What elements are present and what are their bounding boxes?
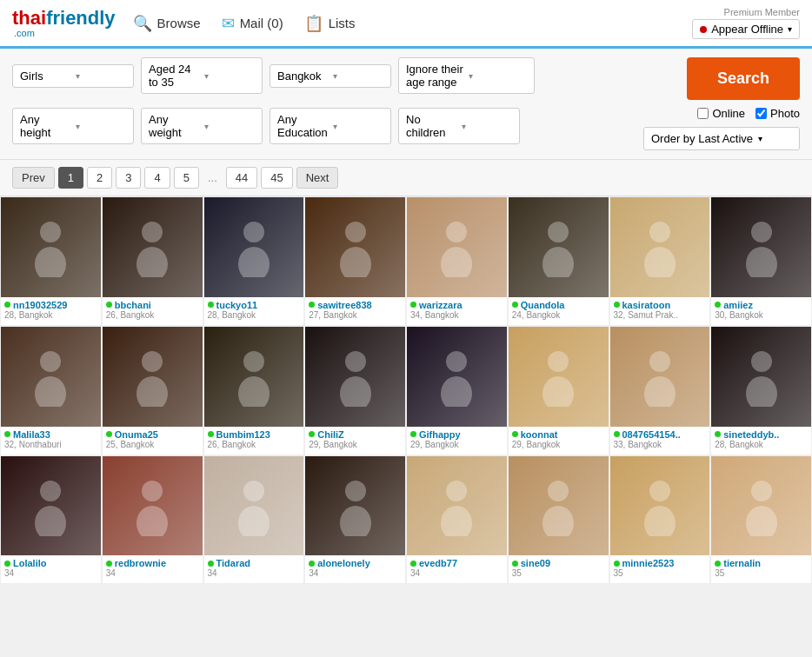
svg-point-35 (136, 506, 168, 536)
profile-cell[interactable]: tuckyo1128, Bangkok (203, 196, 305, 326)
profile-meta: 27, Bangkok (309, 310, 402, 320)
page-5-button[interactable]: 5 (174, 167, 199, 189)
profile-cell[interactable]: Gifhappy29, Bangkok (406, 326, 508, 455)
prev-button[interactable]: Prev (12, 167, 55, 189)
profile-cell[interactable]: 0847654154..33, Bangkok (609, 326, 711, 455)
profile-cell[interactable]: ChiliZ29, Bangkok (304, 326, 406, 455)
height-arrow-icon: ▾ (76, 122, 126, 131)
page-3-button[interactable]: 3 (116, 167, 141, 189)
next-button[interactable]: Next (296, 167, 339, 189)
page-45-button[interactable]: 45 (261, 167, 292, 189)
profile-username: Lolalilo (13, 558, 47, 568)
pagination-bar: Prev 1 2 3 4 5 ... 44 45 Next (0, 160, 812, 196)
height-filter[interactable]: Any height ▾ (12, 108, 134, 144)
profile-meta: 32, Samut Prak.. (614, 310, 707, 320)
svg-point-42 (548, 481, 569, 501)
profile-cell[interactable]: Bumbim12326, Bangkok (203, 326, 305, 455)
mail-icon: ✉ (222, 14, 235, 33)
online-checkbox-item[interactable]: Online (697, 107, 745, 120)
profile-name: Onuma25 (106, 429, 199, 440)
profile-username: tiernalin (723, 558, 761, 568)
order-select[interactable]: Order by Last Active ▾ (643, 127, 800, 150)
profile-name: amiiez (715, 300, 808, 310)
profile-photo (610, 197, 710, 297)
profile-info: redbrownie34 (103, 555, 203, 583)
profile-meta: 28, Bangkok (715, 440, 808, 449)
svg-point-18 (142, 351, 163, 372)
online-dot (106, 561, 112, 567)
profile-photo (204, 197, 304, 297)
weight-value: Any weight (149, 113, 199, 139)
profile-username: ChiliZ (317, 429, 344, 440)
nav-mail[interactable]: ✉ Mail (0) (222, 14, 283, 33)
weight-filter[interactable]: Any weight ▾ (141, 108, 263, 144)
online-dot (4, 302, 10, 308)
height-value: Any height (20, 113, 70, 139)
children-filter[interactable]: No children ▾ (398, 108, 520, 144)
profile-username: nn19032529 (13, 300, 67, 310)
profile-cell[interactable]: Tidarad34 (203, 455, 305, 585)
svg-point-31 (746, 376, 777, 407)
age-range-filter[interactable]: Ignore their age range ▾ (398, 57, 535, 94)
profile-cell[interactable]: Onuma2525, Bangkok (102, 326, 203, 455)
search-button[interactable]: Search (687, 57, 800, 100)
profile-cell[interactable]: minnie252335 (609, 455, 711, 585)
profile-cell[interactable]: bbchani26, Bangkok (102, 196, 203, 326)
profile-cell[interactable]: Malila3332, Nonthaburi (0, 326, 102, 455)
profile-cell[interactable]: sawitree83827, Bangkok (304, 196, 406, 326)
profile-cell[interactable]: kasiratoon32, Samut Prak.. (609, 196, 711, 326)
age-filter[interactable]: Aged 24 to 35 ▾ (141, 57, 263, 94)
age-value: Aged 24 to 35 (149, 63, 199, 89)
svg-point-5 (238, 247, 270, 277)
svg-point-3 (136, 247, 168, 277)
online-dot (715, 302, 721, 308)
photo-checkbox-item[interactable]: Photo (755, 107, 800, 120)
profile-cell[interactable]: Quandola24, Bangkok (508, 196, 609, 326)
profile-cell[interactable]: sineteddyb..28, Bangkok (710, 326, 812, 455)
svg-point-10 (548, 222, 569, 242)
nav-lists[interactable]: 📋 Lists (304, 14, 356, 33)
weight-arrow-icon: ▾ (204, 122, 255, 131)
education-filter[interactable]: Any Education ▾ (270, 108, 391, 144)
photo-checkbox[interactable] (755, 108, 767, 119)
svg-point-43 (542, 506, 574, 536)
profile-cell[interactable]: amiiez30, Bangkok (710, 196, 812, 326)
profile-info: 0847654154..33, Bangkok (610, 427, 710, 455)
profile-meta: 34 (106, 568, 199, 578)
svg-point-26 (548, 351, 569, 372)
svg-point-47 (746, 506, 777, 536)
page-1-button[interactable]: 1 (58, 167, 83, 189)
location-filter[interactable]: Bangkok ▾ (270, 64, 391, 88)
profile-photo (509, 327, 609, 427)
profile-cell[interactable]: koonnat29, Bangkok (508, 326, 609, 455)
gender-value: Girls (20, 70, 70, 83)
profile-cell[interactable]: alonelonely34 (304, 455, 406, 585)
premium-label: Premium Member (724, 7, 800, 17)
page-2-button[interactable]: 2 (87, 167, 112, 189)
online-dot (106, 431, 112, 437)
svg-point-33 (35, 506, 66, 536)
appear-offline-button[interactable]: Appear Offline ▾ (692, 19, 800, 39)
svg-point-45 (644, 506, 676, 536)
nav-browse[interactable]: 🔍 Browse (133, 14, 201, 33)
gender-filter[interactable]: Girls ▾ (12, 64, 134, 88)
profile-photo (509, 197, 609, 297)
profile-meta: 34 (208, 568, 301, 578)
children-value: No children (406, 113, 456, 139)
filter-right-panel: Search Online Photo Order by Last Active… (643, 57, 800, 150)
profile-info: Onuma2525, Bangkok (103, 427, 203, 455)
profile-username: sine09 (521, 558, 550, 568)
profile-cell[interactable]: Lolalilo34 (0, 455, 102, 585)
online-checkbox[interactable] (697, 108, 709, 119)
profile-info: nn1903252928, Bangkok (1, 297, 101, 325)
profile-cell[interactable]: nn1903252928, Bangkok (0, 196, 102, 326)
profile-name: minnie2523 (614, 558, 707, 568)
profile-cell[interactable]: sine0935 (508, 455, 609, 585)
page-44-button[interactable]: 44 (226, 167, 257, 189)
profile-cell[interactable]: evedb7734 (406, 455, 508, 585)
profile-photo (509, 456, 609, 556)
profile-cell[interactable]: warizzara34, Bangkok (406, 196, 508, 326)
page-4-button[interactable]: 4 (144, 167, 170, 189)
profile-cell[interactable]: tiernalin35 (710, 455, 812, 585)
profile-cell[interactable]: redbrownie34 (102, 455, 203, 585)
